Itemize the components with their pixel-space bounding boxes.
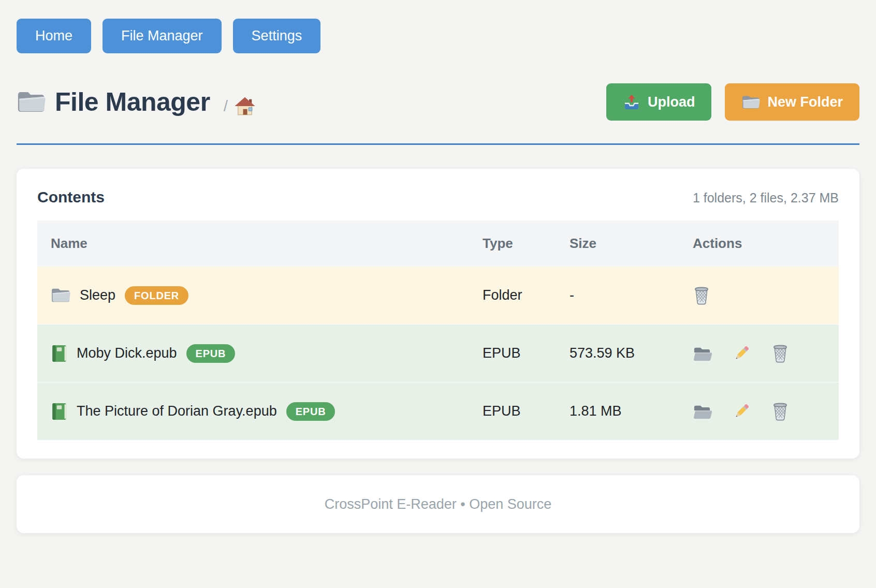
file-name[interactable]: Moby Dick.epub bbox=[77, 345, 177, 361]
contents-heading: Contents bbox=[37, 188, 105, 206]
folder-badge: FOLDER bbox=[125, 286, 188, 305]
edit-pencil-icon[interactable] bbox=[733, 344, 751, 362]
table-row-dorian-gray[interactable]: The Picture of Dorian Gray.epub EPUB EPU… bbox=[37, 383, 839, 440]
home-icon[interactable] bbox=[234, 96, 256, 116]
header-actions: Upload New Folder bbox=[606, 83, 859, 121]
folder-icon bbox=[741, 94, 760, 110]
nav-settings-button[interactable]: Settings bbox=[233, 19, 321, 53]
upload-button[interactable]: Upload bbox=[606, 83, 712, 121]
breadcrumb: / bbox=[224, 96, 256, 116]
folder-icon bbox=[51, 287, 70, 304]
edit-pencil-icon[interactable] bbox=[733, 402, 751, 420]
breadcrumb-separator: / bbox=[224, 97, 228, 115]
file-manager-page: Home File Manager Settings File Manager … bbox=[0, 0, 876, 533]
file-name[interactable]: Sleep bbox=[80, 287, 115, 303]
title-group: File Manager / bbox=[17, 87, 256, 117]
header-divider bbox=[17, 143, 859, 145]
contents-card-header: Contents 1 folders, 2 files, 2.37 MB bbox=[37, 188, 839, 206]
column-header-type: Type bbox=[469, 220, 556, 267]
book-icon bbox=[51, 344, 67, 363]
table-row-sleep[interactable]: Sleep FOLDER Folder - bbox=[37, 267, 839, 325]
file-size: 573.59 KB bbox=[556, 325, 679, 383]
delete-icon[interactable] bbox=[771, 402, 789, 421]
new-folder-button[interactable]: New Folder bbox=[725, 83, 859, 121]
file-size: - bbox=[556, 267, 679, 325]
column-header-actions: Actions bbox=[679, 220, 839, 267]
file-type: Folder bbox=[469, 267, 556, 325]
contents-summary: 1 folders, 2 files, 2.37 MB bbox=[693, 190, 839, 205]
table-row-moby-dick[interactable]: Moby Dick.epub EPUB EPUB 573.59 KB bbox=[37, 325, 839, 383]
page-header: File Manager / Upload New Folder bbox=[17, 83, 859, 121]
file-type: EPUB bbox=[469, 325, 556, 383]
epub-badge: EPUB bbox=[186, 344, 236, 363]
nav-file-manager-button[interactable]: File Manager bbox=[103, 19, 222, 53]
epub-badge: EPUB bbox=[286, 402, 335, 421]
top-nav: Home File Manager Settings bbox=[17, 19, 859, 53]
contents-card: Contents 1 folders, 2 files, 2.37 MB Nam… bbox=[17, 169, 859, 459]
column-header-size: Size bbox=[556, 220, 679, 267]
file-type: EPUB bbox=[469, 383, 556, 440]
new-folder-button-label: New Folder bbox=[767, 95, 843, 109]
book-icon bbox=[51, 402, 67, 421]
folder-icon bbox=[17, 89, 46, 115]
delete-icon[interactable] bbox=[771, 344, 789, 363]
file-table: Name Type Size Actions Sleep FOLDER bbox=[37, 220, 839, 440]
file-name[interactable]: The Picture of Dorian Gray.epub bbox=[77, 403, 277, 419]
column-header-name: Name bbox=[37, 220, 469, 267]
table-header-row: Name Type Size Actions bbox=[37, 220, 839, 267]
open-folder-icon[interactable] bbox=[693, 403, 712, 420]
file-size: 1.81 MB bbox=[556, 383, 679, 440]
open-folder-icon[interactable] bbox=[693, 345, 712, 362]
nav-home-button[interactable]: Home bbox=[17, 19, 91, 53]
upload-button-label: Upload bbox=[648, 95, 695, 109]
footer-text: CrossPoint E-Reader • Open Source bbox=[325, 496, 552, 512]
page-title: File Manager bbox=[55, 87, 210, 117]
footer-card: CrossPoint E-Reader • Open Source bbox=[17, 475, 859, 533]
upload-tray-icon bbox=[623, 94, 640, 110]
delete-icon[interactable] bbox=[693, 286, 710, 305]
